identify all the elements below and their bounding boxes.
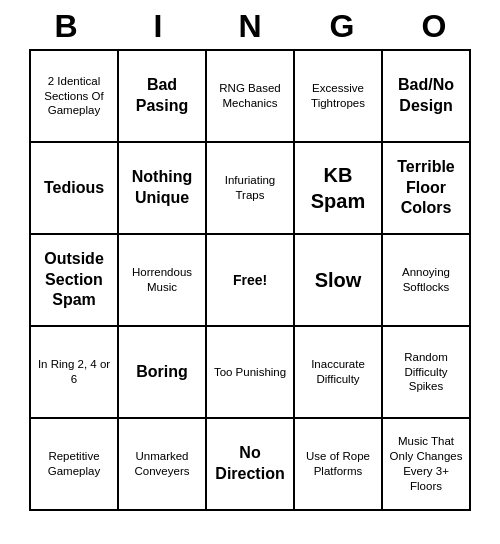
- bingo-cell: No Direction: [207, 419, 295, 511]
- bingo-cell: Too Punishing: [207, 327, 295, 419]
- bingo-cell: Horrendous Music: [119, 235, 207, 327]
- bingo-cell: Annoying Softlocks: [383, 235, 471, 327]
- bingo-cell: Use of Rope Platforms: [295, 419, 383, 511]
- bingo-cell: Bad Pasing: [119, 51, 207, 143]
- title-letter: G: [302, 8, 382, 45]
- title-letter: O: [394, 8, 474, 45]
- bingo-cell: 2 Identical Sections Of Gameplay: [31, 51, 119, 143]
- bingo-cell: Nothing Unique: [119, 143, 207, 235]
- bingo-cell: In Ring 2, 4 or 6: [31, 327, 119, 419]
- bingo-cell: Random Difficulty Spikes: [383, 327, 471, 419]
- bingo-cell: Outside Section Spam: [31, 235, 119, 327]
- bingo-cell: Music That Only Changes Every 3+ Floors: [383, 419, 471, 511]
- bingo-cell: Excessive Tightropes: [295, 51, 383, 143]
- bingo-cell: Slow: [295, 235, 383, 327]
- bingo-grid: 2 Identical Sections Of GameplayBad Pasi…: [29, 49, 471, 511]
- title-letter: B: [26, 8, 106, 45]
- title-letter: N: [210, 8, 290, 45]
- bingo-cell: Bad/No Design: [383, 51, 471, 143]
- bingo-cell: Free!: [207, 235, 295, 327]
- bingo-cell: Infuriating Traps: [207, 143, 295, 235]
- bingo-cell: RNG Based Mechanics: [207, 51, 295, 143]
- bingo-cell: KB Spam: [295, 143, 383, 235]
- bingo-title: BINGO: [20, 0, 480, 49]
- bingo-cell: Boring: [119, 327, 207, 419]
- bingo-cell: Inaccurate Difficulty: [295, 327, 383, 419]
- title-letter: I: [118, 8, 198, 45]
- bingo-cell: Terrible Floor Colors: [383, 143, 471, 235]
- bingo-cell: Tedious: [31, 143, 119, 235]
- bingo-cell: Repetitive Gameplay: [31, 419, 119, 511]
- bingo-cell: Unmarked Conveyers: [119, 419, 207, 511]
